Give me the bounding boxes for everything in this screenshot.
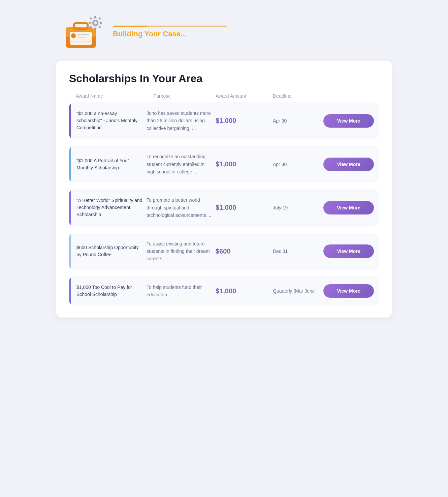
view-more-button[interactable]: View More — [323, 114, 374, 128]
row-accent-bar — [69, 233, 71, 270]
view-more-button[interactable]: View More — [323, 158, 374, 171]
award-name: $1,000 Too Cool to Pay for School Schola… — [69, 284, 143, 298]
row-accent-bar — [69, 102, 71, 139]
table-headers: Award Name Purpose Award Amount Deadline — [69, 93, 379, 102]
award-amount: $1,000 — [216, 117, 269, 125]
table-row: "$1,000 a no-essay scholarship" - Juno's… — [69, 102, 379, 139]
award-amount: $1,000 — [216, 287, 269, 295]
purpose-text: To promote a better world through spirit… — [147, 196, 212, 219]
table-row: $1,000 Too Cool to Pay for School Schola… — [69, 276, 379, 306]
deadline-text: Dec 31 — [273, 249, 320, 254]
row-accent-bar — [69, 276, 71, 306]
deadline-text: Quarterly (Mar June — [273, 288, 320, 294]
svg-rect-6 — [77, 37, 86, 38]
svg-point-10 — [94, 21, 97, 25]
view-more-button[interactable]: View More — [323, 284, 374, 298]
row-accent-bar — [69, 189, 71, 226]
table-row: "A Better World" Spirituality and Techno… — [69, 189, 379, 226]
award-name: "A Better World" Spirituality and Techno… — [69, 197, 143, 218]
svg-point-4 — [71, 33, 76, 38]
page-container: Building Your Case... Scholarships In Yo… — [56, 10, 392, 487]
svg-rect-13 — [89, 22, 91, 24]
svg-rect-11 — [94, 16, 96, 18]
view-more-button[interactable]: View More — [323, 244, 374, 258]
table-row: "$1,000 A Portrait of You" Monthly Schol… — [69, 145, 379, 183]
svg-rect-14 — [100, 22, 102, 24]
header-section: Building Your Case... — [56, 10, 392, 54]
purpose-text: Juno has saved students more than 26 mil… — [147, 109, 212, 132]
award-name: "$1,000 A Portrait of You" Monthly Schol… — [69, 157, 143, 171]
svg-rect-5 — [77, 34, 89, 35]
header-award-amount: Award Amount — [216, 93, 269, 99]
view-more-button[interactable]: View More — [323, 201, 374, 214]
building-text: Building Your Case... — [113, 30, 392, 38]
header-purpose: Purpose — [153, 93, 212, 99]
deadline-text: Apr 30 — [273, 118, 320, 124]
award-name: $600 Scholarship Opportunity by Pound Co… — [69, 244, 143, 258]
header-action — [323, 93, 374, 99]
briefcase-icon — [62, 13, 106, 51]
svg-rect-7 — [70, 41, 92, 42]
svg-rect-12 — [94, 28, 96, 30]
header-text-area: Building Your Case... — [113, 26, 392, 38]
section-title: Scholarships In Your Area — [69, 72, 379, 85]
table-row: $600 Scholarship Opportunity by Pound Co… — [69, 233, 379, 270]
progress-bar-fill — [113, 26, 147, 27]
award-amount: $600 — [216, 247, 269, 255]
award-name: "$1,000 a no-essay scholarship" - Juno's… — [69, 110, 143, 131]
deadline-text: Apr 30 — [273, 162, 320, 167]
progress-bar-container — [113, 26, 227, 27]
row-accent-bar — [69, 145, 71, 183]
award-amount: $1,000 — [216, 160, 269, 168]
main-card: Scholarships In Your Area Award Name Pur… — [56, 61, 392, 318]
award-amount: $1,000 — [216, 204, 269, 211]
header-award-name: Award Name — [76, 93, 150, 99]
deadline-text: July 19 — [273, 205, 320, 210]
svg-rect-2 — [74, 23, 88, 29]
header-deadline: Deadline — [273, 93, 320, 99]
purpose-text: To assist existing and future students i… — [147, 240, 212, 263]
purpose-text: To recognize an outstanding student curr… — [147, 153, 212, 175]
purpose-text: To help students fund their education — [147, 284, 212, 299]
scholarship-list: "$1,000 a no-essay scholarship" - Juno's… — [69, 102, 379, 306]
